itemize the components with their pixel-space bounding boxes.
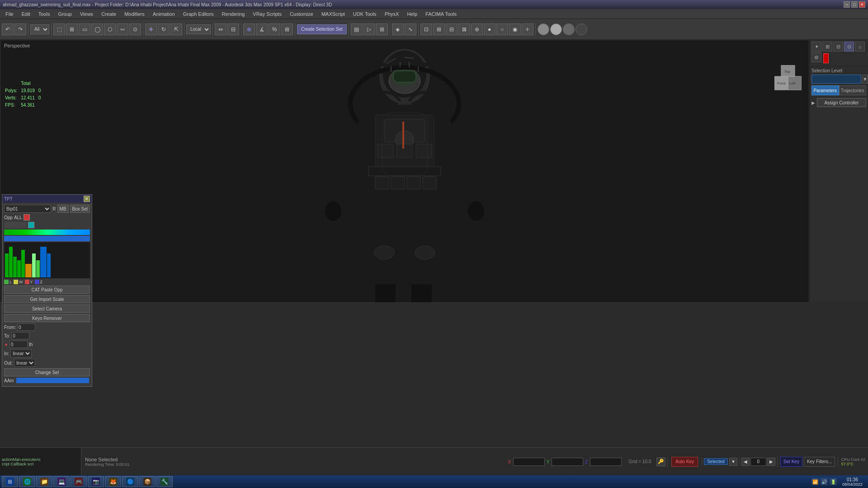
sphere1-button[interactable] [538,23,549,35]
taskbar-item-6[interactable]: 🦊 [105,476,121,487]
scale-button[interactable]: ⇱ [170,23,182,35]
taskbar-item-1[interactable]: 🌐 [19,476,35,487]
from-input[interactable] [17,324,35,331]
menu-customize[interactable]: Customize [286,10,317,18]
selected-dropdown-button[interactable]: ▼ [729,458,737,466]
close-button[interactable]: ✕ [859,1,865,8]
polys-label: Polys: [3,87,19,94]
percent-snap-button[interactable]: % [269,23,280,35]
menu-animation[interactable]: Animation [149,10,179,18]
menu-create[interactable]: Create [98,10,120,18]
get-import-scale-button[interactable]: Get Import Scale [4,295,90,303]
sel-level-button[interactable]: ▼ [862,75,868,84]
x-coord-input[interactable] [513,458,545,466]
rect-select-button[interactable]: ▭ [79,23,90,35]
tpt-threshold-row: ★ th [4,341,90,348]
navigation-cube[interactable]: Top Front Left [774,65,802,92]
selection-level-input[interactable] [811,75,861,84]
change-sel-button[interactable]: Change Sel [4,368,90,376]
toolbar-sep11 [535,23,536,36]
create-panel-icon[interactable]: ✦ [811,42,821,52]
angle-snap-button[interactable]: ∡ [256,23,268,35]
taskbar-item-5[interactable]: 📷 [88,476,104,487]
out-select[interactable]: linear [14,359,35,367]
tpt-close-button[interactable]: ✕ [84,196,90,202]
rotate-button[interactable]: ↻ [158,23,170,35]
tpt-titlebar[interactable]: TPT ✕ [2,195,92,203]
key-filters-button[interactable]: Key Filters... [804,457,835,467]
undo-button[interactable]: ↶ [2,23,14,35]
z-coord-input[interactable] [590,458,622,466]
to-input[interactable] [11,332,29,339]
taskbar-item-7[interactable]: 🔵 [122,476,138,487]
menu-file[interactable]: File [2,10,17,18]
maximize-button[interactable]: □ [851,1,858,8]
frame-prev-button[interactable]: ◀ [741,458,750,466]
modify-panel-icon[interactable]: ⊞ [822,42,832,52]
tray-battery-icon[interactable]: 🔋 [830,478,837,485]
frame-next-button[interactable]: ▶ [767,458,775,466]
menu-physx[interactable]: PhysX [381,10,403,18]
reference-coord-dropdown[interactable]: Local [186,24,211,34]
toolbar-sep1 [28,23,28,36]
utilities-panel-icon[interactable]: ⚙ [811,52,821,62]
mirror-button[interactable]: ⇔ [215,23,226,35]
display-panel-icon[interactable]: ☼ [855,42,865,52]
taskbar-item-3[interactable]: 💻 [53,476,70,487]
menu-facima-tools[interactable]: FACIMA Tools [422,10,460,18]
frame-input-right[interactable] [750,458,766,466]
tray-sound-icon[interactable]: 🔊 [821,478,828,485]
keys-remover-button[interactable]: Keys Remover [4,314,90,322]
tray-network-icon[interactable]: 📶 [811,478,819,485]
lasso-select-button[interactable]: ∾ [117,23,128,35]
menu-vray-scripts[interactable]: VRay Scripts [249,10,285,18]
select-by-name-button[interactable]: ⊞ [66,23,78,35]
parameters-tab[interactable]: Parameters [811,85,839,95]
taskbar-item-2[interactable]: 📁 [36,476,52,487]
taskbar-item-8[interactable]: 📦 [139,476,156,487]
hierarchy-panel-icon[interactable]: ⊟ [833,42,843,52]
start-button[interactable]: ⊞ [2,476,18,487]
menu-group[interactable]: Group [54,10,75,18]
redo-button[interactable]: ↷ [14,23,26,35]
sphere4-button[interactable] [576,23,587,35]
sphere3-button[interactable] [563,23,575,35]
assign-controller-button[interactable]: Assign Controller [817,98,866,107]
circle-select-button[interactable]: ◯ [91,23,103,35]
in-select[interactable]: linear [10,349,32,357]
select-camera-button[interactable]: Select Camera [4,305,90,313]
select-object-button[interactable]: ⬚ [53,23,65,35]
motion-panel-icon[interactable]: ⊙ [844,42,854,52]
menu-modifiers[interactable]: Modifiers [121,10,148,18]
bip01-dropdown[interactable]: Bip01 [4,205,51,213]
key-icon[interactable]: 🔑 [656,457,665,466]
taskbar-item-9[interactable]: 🔧 [156,476,173,487]
align-button[interactable]: ⊟ [227,23,239,35]
auto-key-button[interactable]: Auto Key [671,457,698,467]
menu-rendering[interactable]: Rendering [218,10,249,18]
move-button[interactable]: ✛ [145,23,157,35]
trajectories-tab[interactable]: Trajectories [839,85,867,95]
menu-tools[interactable]: Tools [35,10,54,18]
sphere2-button[interactable] [550,23,562,35]
menu-views[interactable]: Views [76,10,97,18]
box-sel-button[interactable]: Box Sel [70,205,90,213]
fence-select-button[interactable]: ⬡ [104,23,116,35]
cat-paste-opp-button[interactable]: CAT Paste Opp [4,286,90,294]
threshold-input[interactable] [9,341,28,348]
menu-graph-editors[interactable]: Graph Editors [179,10,217,18]
set-key-button[interactable]: Set Key [780,457,802,467]
viewport[interactable]: Perspective Total Polys: 19.819 0 Verts:… [0,40,809,303]
minimize-button[interactable]: ─ [844,1,850,8]
mb-button[interactable]: MB [57,205,69,213]
taskbar-item-4[interactable]: 🎮 [71,476,87,487]
menu-edit[interactable]: Edit [18,10,34,18]
menu-maxscript[interactable]: MAXScript [318,10,349,18]
add-button[interactable]: + [522,23,533,35]
menu-udk-tools[interactable]: UDK Tools [349,10,380,18]
y-coord-input[interactable] [552,458,583,466]
selection-filter-dropdown[interactable]: All [30,24,49,34]
paint-select-button[interactable]: ⊙ [129,23,141,35]
snap-toggle-button[interactable]: ⊕ [243,23,255,35]
menu-help[interactable]: Help [403,10,421,18]
